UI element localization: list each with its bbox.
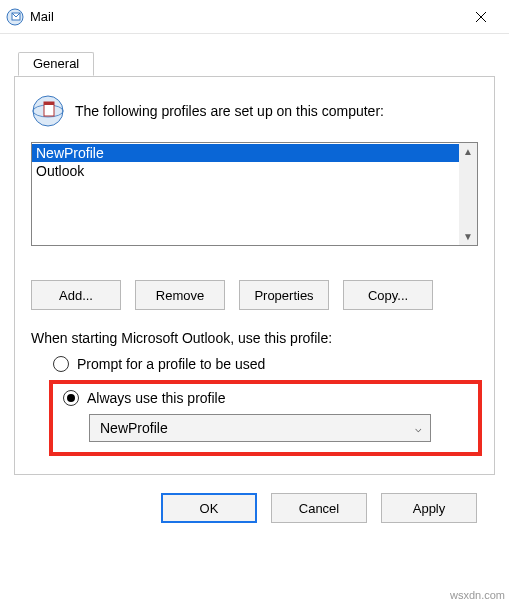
mail-icon xyxy=(6,8,24,26)
list-item[interactable]: Outlook xyxy=(32,162,459,180)
scroll-down-icon[interactable]: ▼ xyxy=(463,231,473,242)
profile-combobox[interactable]: NewProfile ⌵ xyxy=(89,414,431,442)
startup-label: When starting Microsoft Outlook, use thi… xyxy=(31,330,478,346)
ok-button[interactable]: OK xyxy=(161,493,257,523)
svg-rect-7 xyxy=(44,102,54,105)
scroll-up-icon[interactable]: ▲ xyxy=(463,146,473,157)
add-button[interactable]: Add... xyxy=(31,280,121,310)
profiles-listbox[interactable]: NewProfile Outlook ▲ ▼ xyxy=(31,142,478,246)
radio-prompt-label: Prompt for a profile to be used xyxy=(77,356,265,372)
apply-button[interactable]: Apply xyxy=(381,493,477,523)
radio-always-row[interactable]: Always use this profile xyxy=(63,390,468,406)
radio-icon[interactable] xyxy=(53,356,69,372)
startup-radio-group: Prompt for a profile to be used Always u… xyxy=(53,356,478,456)
profiles-icon xyxy=(31,94,65,128)
window-title: Mail xyxy=(30,9,461,24)
tab-body-general: The following profiles are set up on thi… xyxy=(14,76,495,475)
list-item[interactable]: NewProfile xyxy=(32,144,459,162)
radio-always-label: Always use this profile xyxy=(87,390,226,406)
tab-general[interactable]: General xyxy=(18,52,94,76)
scrollbar[interactable]: ▲ ▼ xyxy=(459,143,477,245)
watermark: wsxdn.com xyxy=(450,589,505,601)
tab-divider xyxy=(14,76,495,77)
titlebar: Mail xyxy=(0,0,509,34)
properties-button[interactable]: Properties xyxy=(239,280,329,310)
profiles-header-text: The following profiles are set up on thi… xyxy=(75,103,384,119)
profile-buttons-row: Add... Remove Properties Copy... xyxy=(31,280,478,310)
radio-prompt-row[interactable]: Prompt for a profile to be used xyxy=(53,356,478,372)
cancel-button[interactable]: Cancel xyxy=(271,493,367,523)
radio-icon[interactable] xyxy=(63,390,79,406)
close-icon xyxy=(475,11,487,23)
profiles-header: The following profiles are set up on thi… xyxy=(31,94,478,128)
chevron-down-icon: ⌵ xyxy=(415,422,422,435)
dialog-content: General The following profiles are set u… xyxy=(0,34,509,523)
tab-strip: General xyxy=(14,52,495,76)
profile-combobox-value: NewProfile xyxy=(100,420,168,436)
highlight-box: Always use this profile NewProfile ⌵ xyxy=(49,380,482,456)
close-button[interactable] xyxy=(461,3,501,31)
copy-button[interactable]: Copy... xyxy=(343,280,433,310)
dialog-buttons: OK Cancel Apply xyxy=(14,475,495,523)
profiles-listbox-items: NewProfile Outlook xyxy=(32,143,459,245)
remove-button[interactable]: Remove xyxy=(135,280,225,310)
